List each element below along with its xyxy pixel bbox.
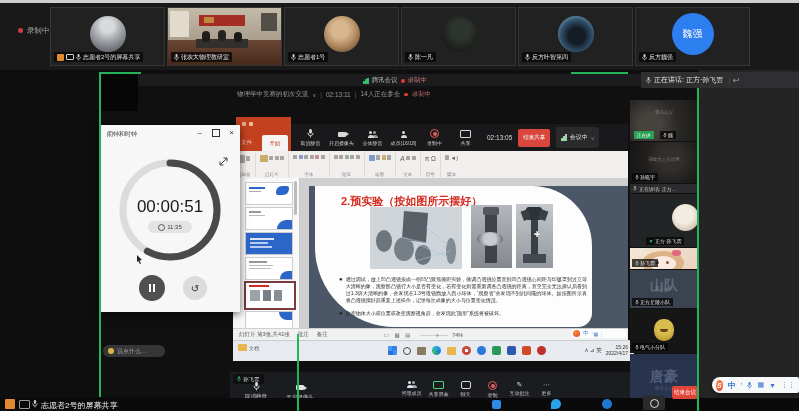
notes-button[interactable]: 批注 <box>298 331 309 338</box>
more-button[interactable]: ⋯更多 <box>533 381 560 398</box>
members-button[interactable]: 成员(16/18) <box>388 130 419 146</box>
ribbon-group[interactable]: 幻灯片 <box>256 153 290 177</box>
slide-image-photo1[interactable] <box>471 205 512 268</box>
sidebar-video-tile[interactable]: ▼正方·孙飞雲 <box>630 194 698 247</box>
slide-thumbnail[interactable] <box>245 207 293 230</box>
meeting-status-chip[interactable]: 会议中 ∨ <box>556 127 599 148</box>
maximize-button[interactable] <box>212 129 220 137</box>
end-share-button[interactable]: 结束共享 <box>518 129 550 147</box>
slide-thumbnail[interactable] <box>245 182 293 205</box>
reset-button[interactable]: ↺ <box>183 276 207 300</box>
sidebar-video-tile[interactable]: 山队 腾讯会议 正方丘陵小队 <box>630 270 698 308</box>
ime-skin-button[interactable]: ▼ <box>769 382 776 389</box>
ime-more-button[interactable]: ⋮⋮ <box>781 381 795 389</box>
taskbar-pinned-doc[interactable]: 文档 <box>238 344 259 351</box>
ribbon-group[interactable]: 字体 <box>289 153 330 177</box>
leave-meeting-button[interactable]: 结束会议 <box>672 386 698 399</box>
app-green-icon[interactable] <box>492 346 501 355</box>
mic-icon <box>635 261 639 266</box>
ribbon-group-label: 媒体 <box>447 172 456 177</box>
chat-button[interactable]: 聊天 <box>452 381 479 398</box>
sidebar-video-tile[interactable]: 电气小分队 <box>630 309 698 353</box>
ime-keyboard-button[interactable]: ▦ <box>757 381 764 389</box>
share-screen-button[interactable]: 共享屏幕 <box>425 381 452 398</box>
ime-mic-button[interactable] <box>747 382 752 389</box>
share-border-inner <box>297 334 299 411</box>
ime-lang-button[interactable]: 中 <box>728 380 736 391</box>
windows-start-icon[interactable] <box>388 346 397 355</box>
minimize-button[interactable]: – <box>198 128 202 137</box>
video-tile[interactable]: 陈一凡 <box>401 7 516 66</box>
mute-button[interactable]: 取消静音 <box>295 129 326 146</box>
ppt-status-bar: 幻灯片 第3张,共41张 批注 备注 ▭ ▦ ▤ –––––●––– 74% <box>233 328 628 340</box>
taskbar-tray[interactable]: ∧ ⊿ 英 15:26 2022/4/17 <box>585 344 628 357</box>
members-button[interactable]: 管理成员 <box>398 381 425 398</box>
sidebar-video-tile[interactable]: 调整为上次设置 孙晓宇 <box>630 142 698 183</box>
recording-button[interactable]: 录制中 <box>419 129 450 146</box>
sidebar-video-tile[interactable]: 腾讯会议 正在讲 魏 <box>630 100 698 141</box>
sogou-ime-bar[interactable]: S 中 ’ ▦ ▼ ⋮⋮ <box>712 377 799 393</box>
video-tile[interactable]: 志愿者2号的屏幕共享 <box>50 7 165 66</box>
tile-label: 张农大物理教研室 <box>171 52 232 62</box>
edge-icon[interactable] <box>432 346 441 355</box>
folder2-icon[interactable] <box>447 347 456 355</box>
video-tile[interactable]: 魏强 反方魏强 <box>635 7 750 66</box>
ribbon-group[interactable]: π Ω符号 <box>421 153 441 177</box>
bullet-text: 改变物体大小或位置或改变观察视角后，会发现此“隐形”系统将被破坏。 <box>346 310 504 317</box>
jump-icon[interactable]: ↩ <box>733 76 740 85</box>
ppt-tab-home[interactable]: 开始 <box>262 135 288 152</box>
inner-sogou-bar[interactable]: 中 ’▦⋮ <box>571 329 626 338</box>
mute-all-button[interactable]: 全体静音 <box>357 130 388 146</box>
video-tile[interactable]: 张农大物理教研室 <box>167 7 282 66</box>
share-button[interactable]: 共享 <box>450 130 481 146</box>
people-icon <box>406 381 417 388</box>
meeting-window: 录制中 志愿者2号的屏幕共享 张农大物理教研室 志愿者1号 <box>0 0 799 411</box>
view-icons[interactable]: ▭ ▦ ▤ <box>384 332 413 338</box>
pause-button[interactable] <box>139 275 165 301</box>
inner-taskbar: 文档 ∧ ⊿ 英 15:26 2022/4/17 <box>233 340 634 361</box>
video-tile[interactable]: 反方叶智第四 <box>518 7 633 66</box>
memo-button[interactable]: 备注 <box>317 331 328 338</box>
watermark: 腾讯会议 <box>630 286 698 291</box>
ime-punct-button[interactable]: ’ <box>741 381 743 390</box>
chevron-down-icon[interactable]: ∨ <box>313 92 317 98</box>
slide-image-optics[interactable] <box>370 207 462 269</box>
annotate-button[interactable]: ✎互动批注 <box>506 381 533 398</box>
stats-icon <box>561 134 567 141</box>
powerpoint-icon[interactable] <box>522 346 531 355</box>
word-icon[interactable] <box>507 346 516 355</box>
timer-window[interactable]: 闹钟和时钟 – × 00:00:51 11:35 ↺ <box>100 125 240 312</box>
record-button[interactable]: 录制 <box>479 381 506 398</box>
thumbnail-scrollbar[interactable] <box>294 181 297 215</box>
zoom-level: 74% <box>452 332 463 338</box>
sidebar-video-tile[interactable]: 孙飞雲 <box>630 248 698 269</box>
taskbar-app-icon[interactable] <box>602 399 612 409</box>
folder-icon[interactable] <box>417 347 426 355</box>
taskbar-app-icon[interactable] <box>492 400 501 409</box>
anime-eye <box>666 261 669 264</box>
search-icon[interactable] <box>403 347 411 355</box>
slide-thumbnail[interactable] <box>245 257 293 280</box>
camera-button[interactable]: 开启摄像头 <box>326 130 357 146</box>
slide-thumbnail-selected[interactable] <box>244 281 296 310</box>
ribbon-group[interactable]: ◄)媒体 <box>441 153 462 177</box>
browser-icon[interactable] <box>462 346 471 355</box>
ppt-tab-file[interactable]: 文件 <box>241 139 252 146</box>
slide-thumbnail[interactable] <box>245 232 293 255</box>
ribbon-group[interactable]: 段落 <box>330 153 365 177</box>
zoom-slider[interactable]: –––––●––– <box>420 332 448 338</box>
app-red-icon[interactable] <box>537 346 546 355</box>
mic-icon <box>635 175 639 180</box>
close-button[interactable]: × <box>229 128 234 137</box>
ribbon-group[interactable]: A文本 <box>396 153 421 177</box>
ime-icons: ’▦⋮ <box>592 331 606 337</box>
slide-thumbnail[interactable] <box>245 311 293 329</box>
chat-input-pill[interactable]: 说点什么… <box>103 345 165 357</box>
taskbar-app-chip[interactable] <box>643 396 665 410</box>
taskbar-app-icon[interactable] <box>551 399 561 409</box>
app-blue-icon[interactable] <box>477 346 486 355</box>
speaking-banner: 正在讲话: 正方·孙飞雲 | ↩ <box>641 72 799 88</box>
ribbon-group[interactable]: 绘图 <box>365 153 397 177</box>
sogou-logo <box>573 330 580 337</box>
video-tile[interactable]: 志愿者1号 <box>284 7 399 66</box>
